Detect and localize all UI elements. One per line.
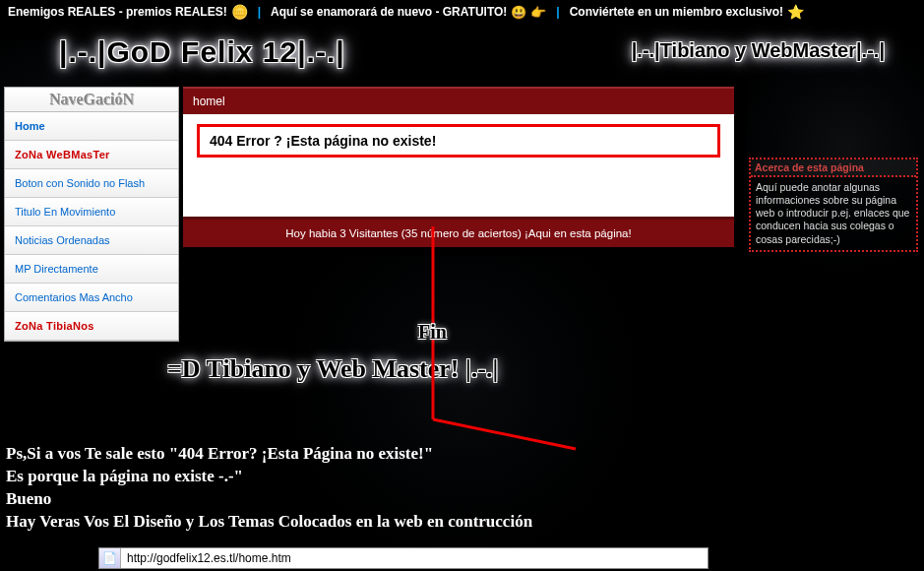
- sidebar-heading-text: NaveGacióN: [49, 91, 134, 107]
- big-tagline: =D Tibiano y Web Master! |.-.|: [167, 354, 498, 384]
- top-link-bar: Enemigos REALES - premios REALES! 🪙 | Aq…: [0, 0, 924, 24]
- content-area: homel 404 Error ? ¡Esta página no existe…: [183, 87, 734, 247]
- nav-noticias[interactable]: Noticias Ordenadas: [5, 226, 178, 255]
- nav-comentarios[interactable]: Comentarios Mas Ancho: [5, 284, 178, 312]
- banner: |.-.|GoD Felix 12|.-.| |.-.|Tibiano y We…: [0, 24, 924, 87]
- instruction-line: Bueno: [6, 488, 532, 511]
- separator: |: [258, 5, 261, 19]
- top-link-2[interactable]: Aquí se enamorará de nuevo - GRATUITO!: [271, 5, 507, 19]
- sidebar-heading: NaveGacióN: [5, 88, 178, 112]
- coins-icon: 🪙: [231, 4, 248, 20]
- fin-label: Fin: [418, 321, 447, 344]
- instruction-line: Es porque la página no existe -.-": [6, 466, 532, 488]
- nav-mp[interactable]: MP Directamente: [5, 255, 178, 284]
- top-link-1[interactable]: Enemigos REALES - premios REALES!: [8, 5, 227, 19]
- thumbs-icon: 👉: [530, 5, 546, 20]
- visitor-counter: Hoy habia 3 Visitantes (35 número de aci…: [183, 217, 734, 247]
- nav-boton-sonido[interactable]: Boton con Sonido no Flash: [5, 169, 178, 198]
- address-bar: 📄: [98, 547, 708, 569]
- separator: |: [556, 5, 559, 19]
- url-input[interactable]: [121, 551, 708, 565]
- sidebar: NaveGacióN Home ZoNa WeBMasTer Boton con…: [4, 87, 179, 342]
- smiley-icon: 😃: [511, 5, 526, 20]
- instruction-text: Ps,Si a vos Te sale esto "404 Error? ¡Es…: [6, 443, 532, 534]
- nav-zona-tibianos[interactable]: ZoNa TibiaNos: [5, 312, 178, 341]
- about-box-heading: Acerca de esta página: [751, 159, 916, 177]
- nav-titulo-movimiento[interactable]: Titulo En Movimiento: [5, 198, 178, 226]
- instruction-line: Ps,Si a vos Te sale esto "404 Error? ¡Es…: [6, 443, 532, 466]
- about-box: Acerca de esta página Aquí puede anotar …: [749, 158, 918, 252]
- nav-home[interactable]: Home: [5, 112, 178, 141]
- instruction-line: Hay Veras Vos El Diseño y Los Temas Colo…: [6, 511, 532, 534]
- site-title-left: |.-.|GoD Felix 12|.-.|: [59, 35, 345, 69]
- top-link-3[interactable]: Conviértete en un miembro exclusivo!: [570, 5, 783, 19]
- nav-zona-webmaster[interactable]: ZoNa WeBMasTer: [5, 141, 178, 169]
- error-404-box: 404 Error ? ¡Esta página no existe!: [197, 124, 720, 158]
- star-icon: ⭐: [787, 4, 804, 20]
- page-icon: 📄: [99, 548, 121, 568]
- breadcrumb: homel: [183, 87, 734, 114]
- content-body: 404 Error ? ¡Esta página no existe!: [183, 114, 734, 217]
- about-box-body: Aquí puede anotar algunas informaciones …: [751, 177, 916, 250]
- site-title-right: |.-.|Tibiano y WebMaster|.-.|: [632, 39, 885, 69]
